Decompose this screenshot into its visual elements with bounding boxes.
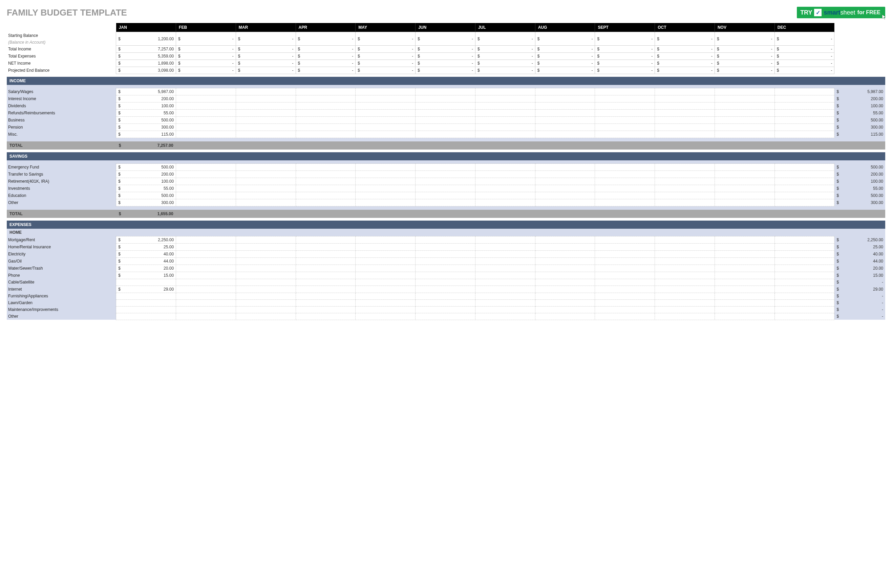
cell[interactable]	[296, 110, 356, 117]
cell[interactable]	[415, 95, 475, 102]
cell[interactable]	[595, 243, 655, 250]
cell[interactable]	[415, 117, 475, 124]
cell[interactable]	[475, 102, 535, 110]
try-smartsheet-button[interactable]: TRY ✓ smartsheet for FREE	[797, 7, 885, 18]
cell[interactable]	[595, 250, 655, 258]
cell[interactable]	[535, 117, 595, 124]
cell[interactable]	[236, 292, 296, 299]
cell[interactable]: $55.00	[116, 110, 176, 117]
cell[interactable]	[475, 292, 535, 299]
cell[interactable]	[176, 313, 236, 320]
cell[interactable]: $-	[715, 46, 775, 53]
cell[interactable]	[176, 171, 236, 178]
cell[interactable]: $-	[775, 46, 835, 53]
cell[interactable]	[415, 313, 475, 320]
cell[interactable]	[296, 178, 356, 185]
cell[interactable]	[655, 110, 715, 117]
cell[interactable]: $7,257.00	[116, 46, 176, 53]
cell[interactable]	[356, 110, 415, 117]
cell[interactable]	[415, 199, 475, 206]
cell[interactable]: $-	[176, 32, 236, 46]
cell[interactable]: $-	[715, 60, 775, 67]
cell[interactable]	[775, 258, 835, 265]
cell[interactable]: $-	[775, 60, 835, 67]
cell[interactable]	[775, 178, 835, 185]
cell[interactable]	[715, 313, 775, 320]
cell[interactable]: $-	[655, 32, 715, 46]
cell[interactable]: $-	[775, 32, 835, 46]
cell[interactable]	[356, 306, 415, 313]
cell[interactable]	[475, 178, 535, 185]
cell[interactable]	[595, 285, 655, 292]
cell[interactable]: $-	[356, 32, 415, 46]
cell[interactable]	[296, 124, 356, 131]
cell[interactable]	[775, 306, 835, 313]
cell[interactable]	[176, 250, 236, 258]
cell[interactable]: $-	[535, 60, 595, 67]
cell[interactable]	[356, 265, 415, 272]
cell[interactable]	[715, 131, 775, 138]
cell[interactable]	[236, 164, 296, 171]
cell[interactable]	[655, 272, 715, 279]
cell[interactable]	[116, 292, 176, 299]
cell[interactable]	[296, 171, 356, 178]
cell[interactable]	[595, 102, 655, 110]
cell[interactable]	[415, 178, 475, 185]
cell[interactable]: $-	[475, 60, 535, 67]
cell[interactable]: $-	[475, 53, 535, 60]
cell[interactable]	[775, 313, 835, 320]
cell[interactable]	[415, 192, 475, 199]
cell[interactable]	[535, 199, 595, 206]
cell[interactable]	[475, 95, 535, 102]
cell[interactable]	[475, 313, 535, 320]
cell[interactable]	[296, 313, 356, 320]
cell[interactable]	[296, 102, 356, 110]
cell[interactable]	[535, 299, 595, 306]
cell[interactable]	[356, 131, 415, 138]
cell[interactable]	[475, 185, 535, 192]
cell[interactable]	[535, 272, 595, 279]
cell[interactable]	[655, 265, 715, 272]
cell[interactable]	[715, 243, 775, 250]
cell[interactable]: $-	[296, 32, 356, 46]
cell[interactable]	[715, 279, 775, 285]
cell[interactable]	[715, 164, 775, 171]
cell[interactable]	[296, 185, 356, 192]
cell[interactable]	[415, 185, 475, 192]
cell[interactable]	[415, 88, 475, 95]
cell[interactable]	[595, 236, 655, 243]
cell[interactable]	[236, 265, 296, 272]
cell[interactable]	[296, 236, 356, 243]
cell[interactable]	[535, 285, 595, 292]
cell[interactable]	[296, 279, 356, 285]
cell[interactable]	[535, 185, 595, 192]
cell[interactable]: $-	[475, 46, 535, 53]
cell[interactable]	[775, 124, 835, 131]
cell[interactable]	[236, 178, 296, 185]
cell[interactable]	[236, 243, 296, 250]
cell[interactable]	[415, 250, 475, 258]
cell[interactable]: $1,898.00	[116, 60, 176, 67]
cell[interactable]: $1,200.00	[116, 32, 176, 46]
cell[interactable]: $-	[775, 67, 835, 74]
cell[interactable]	[475, 110, 535, 117]
cell[interactable]	[296, 306, 356, 313]
cell[interactable]	[475, 236, 535, 243]
cell[interactable]	[296, 192, 356, 199]
cell[interactable]: $-	[415, 46, 475, 53]
cell[interactable]	[535, 88, 595, 95]
cell[interactable]	[595, 258, 655, 265]
cell[interactable]	[595, 265, 655, 272]
cell[interactable]	[356, 258, 415, 265]
cell[interactable]	[176, 265, 236, 272]
cell[interactable]: $-	[176, 67, 236, 74]
cell[interactable]	[176, 131, 236, 138]
cell[interactable]	[475, 88, 535, 95]
cell[interactable]	[415, 164, 475, 171]
cell[interactable]	[535, 131, 595, 138]
cell[interactable]	[535, 306, 595, 313]
cell[interactable]	[595, 185, 655, 192]
cell[interactable]	[655, 88, 715, 95]
cell[interactable]	[595, 306, 655, 313]
cell[interactable]	[236, 124, 296, 131]
